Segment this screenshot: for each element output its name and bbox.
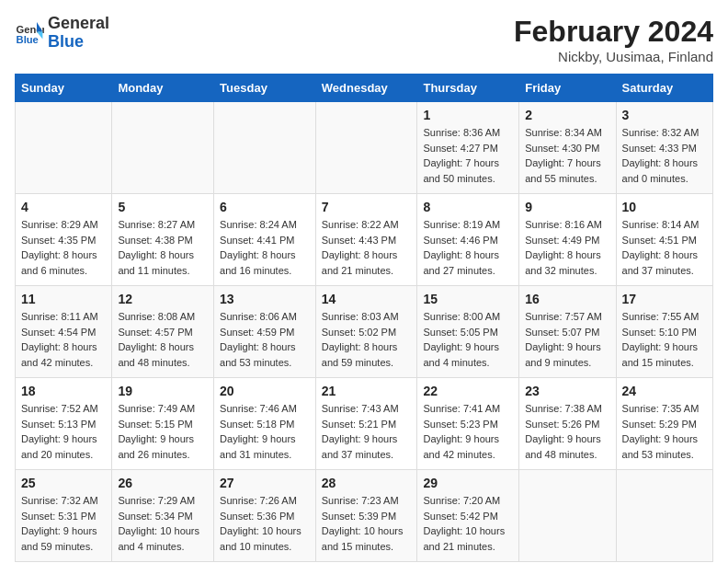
day-number: 23 — [525, 384, 609, 398]
day-info-line: Sunrise: 7:32 AM — [21, 493, 106, 509]
day-info-line: Daylight: 9 hours — [322, 431, 412, 447]
day-info-line: and 9 minutes. — [525, 355, 609, 371]
day-info-line: Sunrise: 7:38 AM — [525, 401, 609, 417]
day-number: 28 — [322, 476, 412, 490]
day-number: 29 — [423, 476, 513, 490]
day-info-line: Daylight: 8 hours — [322, 247, 412, 263]
header: General Blue GeneralBlue February 2024 N… — [15, 15, 713, 64]
day-info-line: Sunrise: 8:06 AM — [220, 309, 310, 325]
day-info-line: Sunset: 4:33 PM — [622, 141, 707, 156]
header-sunday: Sunday — [16, 75, 112, 102]
calendar-cell: 24Sunrise: 7:35 AMSunset: 5:29 PMDayligh… — [616, 378, 712, 470]
day-number: 7 — [322, 200, 412, 214]
day-info-line: Daylight: 8 hours — [21, 247, 106, 263]
day-info-line: and 53 minutes. — [622, 447, 707, 463]
day-info-line: Sunset: 5:10 PM — [622, 325, 707, 340]
day-info-line: Daylight: 8 hours — [622, 247, 707, 263]
calendar-cell: 12Sunrise: 8:08 AMSunset: 4:57 PMDayligh… — [112, 286, 214, 378]
calendar-cell: 17Sunrise: 7:55 AMSunset: 5:10 PMDayligh… — [616, 286, 712, 378]
day-info-line: and 50 minutes. — [423, 171, 513, 187]
day-number: 22 — [423, 384, 513, 398]
day-info-line: Daylight: 8 hours — [622, 155, 707, 171]
day-info-line: Daylight: 9 hours — [525, 339, 609, 355]
day-info-line: and 59 minutes. — [21, 539, 106, 555]
day-info-line: and 4 minutes. — [423, 355, 513, 371]
day-number: 26 — [118, 476, 208, 490]
day-info-line: Sunrise: 7:55 AM — [622, 309, 707, 325]
day-info-line: Sunset: 5:36 PM — [220, 509, 310, 524]
calendar-cell: 16Sunrise: 7:57 AMSunset: 5:07 PMDayligh… — [519, 286, 616, 378]
day-info-line: Sunset: 4:41 PM — [220, 233, 310, 248]
day-number: 9 — [525, 200, 609, 214]
day-number: 1 — [423, 108, 513, 122]
day-info-line: Daylight: 10 hours — [322, 523, 412, 539]
header-saturday: Saturday — [616, 75, 712, 102]
day-number: 5 — [118, 200, 208, 214]
calendar-cell: 27Sunrise: 7:26 AMSunset: 5:36 PMDayligh… — [214, 470, 316, 562]
day-number: 18 — [21, 384, 106, 398]
calendar-cell — [214, 102, 316, 194]
logo-icon: General Blue — [15, 18, 44, 48]
svg-text:Blue: Blue — [17, 34, 39, 45]
day-info-line: Sunset: 4:43 PM — [322, 233, 412, 248]
day-info-line: Daylight: 9 hours — [21, 431, 106, 447]
day-number: 16 — [525, 292, 609, 306]
calendar-cell — [112, 102, 214, 194]
day-info-line: and 15 minutes. — [322, 539, 412, 555]
calendar-cell — [16, 102, 112, 194]
calendar-cell: 11Sunrise: 8:11 AMSunset: 4:54 PMDayligh… — [16, 286, 112, 378]
day-info-line: Sunset: 5:02 PM — [322, 325, 412, 340]
day-info-line: and 15 minutes. — [622, 355, 707, 371]
day-info-line: and 20 minutes. — [21, 447, 106, 463]
day-info-line: Sunrise: 8:27 AM — [118, 217, 208, 233]
subtitle: Nickby, Uusimaa, Finland — [514, 49, 713, 64]
day-info-line: Daylight: 10 hours — [118, 523, 208, 539]
day-number: 21 — [322, 384, 412, 398]
day-info-line: Daylight: 9 hours — [118, 431, 208, 447]
day-info-line: Sunrise: 7:57 AM — [525, 309, 609, 325]
day-info-line: Sunrise: 8:32 AM — [622, 125, 707, 141]
day-info-line: Sunset: 4:27 PM — [423, 141, 513, 156]
calendar-cell: 25Sunrise: 7:32 AMSunset: 5:31 PMDayligh… — [16, 470, 112, 562]
day-info-line: and 10 minutes. — [220, 539, 310, 555]
day-info-line: Daylight: 8 hours — [525, 247, 609, 263]
day-info-line: Sunset: 4:35 PM — [21, 233, 106, 248]
day-info-line: and 42 minutes. — [423, 447, 513, 463]
calendar-cell: 2Sunrise: 8:34 AMSunset: 4:30 PMDaylight… — [519, 102, 616, 194]
day-info-line: Daylight: 7 hours — [525, 155, 609, 171]
calendar-cell: 15Sunrise: 8:00 AMSunset: 5:05 PMDayligh… — [417, 286, 519, 378]
logo-text: GeneralBlue — [48, 15, 109, 52]
calendar-header-row: SundayMondayTuesdayWednesdayThursdayFrid… — [16, 75, 713, 102]
day-info-line: Daylight: 9 hours — [622, 431, 707, 447]
day-info-line: and 26 minutes. — [118, 447, 208, 463]
day-info-line: Daylight: 8 hours — [423, 247, 513, 263]
calendar-cell: 1Sunrise: 8:36 AMSunset: 4:27 PMDaylight… — [417, 102, 519, 194]
day-info-line: and 0 minutes. — [622, 171, 707, 187]
day-number: 19 — [118, 384, 208, 398]
day-info-line: Daylight: 9 hours — [525, 431, 609, 447]
day-number: 12 — [118, 292, 208, 306]
day-info-line: Daylight: 8 hours — [322, 339, 412, 355]
day-number: 25 — [21, 476, 106, 490]
day-info-line: Sunrise: 8:19 AM — [423, 217, 513, 233]
day-info-line: Sunrise: 8:22 AM — [322, 217, 412, 233]
day-info-line: Daylight: 10 hours — [423, 523, 513, 539]
calendar-cell: 9Sunrise: 8:16 AMSunset: 4:49 PMDaylight… — [519, 194, 616, 286]
day-info-line: and 55 minutes. — [525, 171, 609, 187]
day-info-line: Sunset: 4:30 PM — [525, 141, 609, 156]
day-info-line: Daylight: 8 hours — [21, 339, 106, 355]
day-number: 8 — [423, 200, 513, 214]
day-info-line: Sunset: 5:13 PM — [21, 417, 106, 432]
day-info-line: Sunset: 5:18 PM — [220, 417, 310, 432]
day-info-line: Sunset: 4:46 PM — [423, 233, 513, 248]
day-info-line: Sunset: 5:34 PM — [118, 509, 208, 524]
calendar-table: SundayMondayTuesdayWednesdayThursdayFrid… — [15, 74, 713, 562]
day-info-line: Daylight: 7 hours — [423, 155, 513, 171]
day-info-line: Sunset: 5:31 PM — [21, 509, 106, 524]
calendar-cell: 4Sunrise: 8:29 AMSunset: 4:35 PMDaylight… — [16, 194, 112, 286]
day-info-line: Sunset: 5:26 PM — [525, 417, 609, 432]
day-info-line: and 21 minutes. — [423, 539, 513, 555]
day-number: 17 — [622, 292, 707, 306]
day-info-line: Daylight: 8 hours — [220, 339, 310, 355]
day-info-line: Sunrise: 8:16 AM — [525, 217, 609, 233]
